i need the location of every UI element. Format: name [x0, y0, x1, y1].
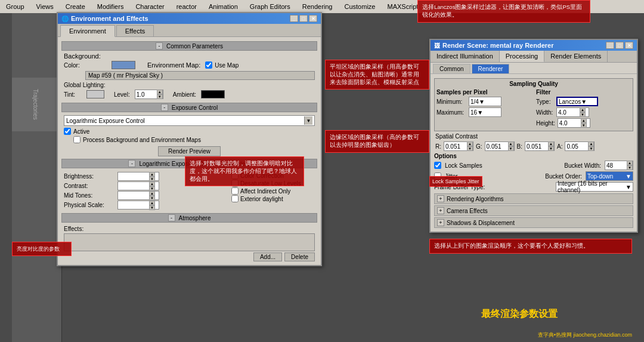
- exterior-daylight-checkbox[interactable]: [231, 195, 239, 202]
- level-up-arrow[interactable]: ▲: [157, 90, 163, 94]
- use-map-checkbox[interactable]: [205, 61, 212, 69]
- b-down[interactable]: ▼: [548, 146, 554, 151]
- render-preview-button[interactable]: Render Preview: [158, 146, 221, 156]
- physical-up[interactable]: ▲: [149, 201, 155, 205]
- common-params-collapse[interactable]: -: [156, 42, 163, 50]
- process-bg-checkbox[interactable]: [73, 136, 80, 143]
- menu-customize[interactable]: Customize: [341, 2, 379, 11]
- atmosphere-label: Atmosphere: [179, 215, 211, 221]
- subtab-renderer[interactable]: Renderer: [472, 64, 510, 73]
- camera-effects-icon[interactable]: +: [437, 207, 444, 214]
- max-dropdown[interactable]: 16 ▼: [469, 107, 501, 117]
- shadows-displacement-icon[interactable]: +: [437, 219, 444, 226]
- brightness-up[interactable]: ▲: [149, 172, 155, 177]
- a-input[interactable]: [565, 143, 588, 150]
- maximize-button[interactable]: □: [299, 15, 308, 22]
- env-map-button[interactable]: Map #59 ( mr Physical Sky ): [85, 71, 315, 80]
- contrast-up[interactable]: ▲: [149, 181, 155, 186]
- bucket-order-arrow[interactable]: ▼: [626, 173, 631, 180]
- atmosphere-collapse[interactable]: -: [168, 214, 175, 221]
- exposure-dropdown[interactable]: Logarithmic Exposure Control ▼: [64, 115, 315, 126]
- midtones-down[interactable]: ▼: [149, 196, 155, 201]
- bucket-width-down[interactable]: ▼: [627, 165, 633, 170]
- max-dropdown-arrow[interactable]: ▼: [477, 109, 483, 116]
- tab-effects[interactable]: Effects: [116, 25, 154, 36]
- render-close-button[interactable]: ✕: [625, 42, 633, 49]
- menu-animation[interactable]: Animation: [205, 2, 242, 11]
- rendering-algorithms-icon[interactable]: +: [437, 195, 444, 202]
- contrast-down[interactable]: ▼: [149, 186, 155, 191]
- render-maximize-button[interactable]: □: [615, 42, 624, 49]
- level-down-arrow[interactable]: ▼: [157, 94, 163, 99]
- bucket-width-input[interactable]: [605, 162, 627, 169]
- type-dropdown-arrow[interactable]: ▼: [581, 98, 587, 105]
- brightness-down[interactable]: ▼: [149, 177, 155, 181]
- min-dropdown[interactable]: 1/4 ▼: [469, 97, 501, 106]
- menu-rendering[interactable]: Rendering: [299, 2, 336, 11]
- width-input[interactable]: [557, 109, 580, 116]
- lock-samples-checkbox[interactable]: [434, 162, 441, 169]
- midtones-input[interactable]: 1.0: [118, 192, 149, 199]
- camera-effects-row[interactable]: + Camera Effects: [434, 205, 633, 216]
- tab-processing[interactable]: Processing: [500, 51, 544, 62]
- g-input[interactable]: [485, 143, 508, 150]
- tint-swatch[interactable]: [86, 90, 104, 98]
- rendering-algorithms-row[interactable]: + Rendering Algorithms: [434, 193, 633, 204]
- min-dropdown-arrow[interactable]: ▼: [479, 98, 485, 105]
- ambient-swatch[interactable]: [201, 90, 225, 98]
- tab-environment[interactable]: Environment: [60, 25, 115, 37]
- samples-per-pixel-col: Samples per Pixel Minimum: 1/4 ▼ Maximum…: [436, 89, 531, 118]
- physical-input[interactable]: 1500.0: [118, 202, 149, 208]
- sampling-annotation-text: 平坦区域的图象采样（用高参数可以让杂点消失、贴图清晰）通常用来去除面阴影采点、模…: [330, 63, 419, 85]
- g-down[interactable]: ▼: [508, 146, 514, 151]
- brightness-input[interactable]: 50.0: [118, 173, 149, 180]
- midtones-up[interactable]: ▲: [149, 191, 155, 196]
- active-checkbox[interactable]: [64, 128, 71, 135]
- level-input[interactable]: [135, 91, 157, 98]
- menu-group[interactable]: Group: [2, 2, 28, 11]
- width-up[interactable]: ▲: [580, 107, 586, 112]
- exposure-dropdown-row: Logarithmic Exposure Control ▼: [61, 114, 317, 127]
- add-button[interactable]: Add...: [253, 252, 282, 261]
- r-input[interactable]: [444, 143, 467, 150]
- exposure-collapse[interactable]: -: [161, 104, 168, 111]
- render-minimize-button[interactable]: _: [606, 42, 614, 49]
- menu-modifiers[interactable]: Modifiers: [94, 2, 128, 11]
- a-down[interactable]: ▼: [588, 146, 594, 151]
- b-input[interactable]: [525, 143, 548, 150]
- bucket-width-up[interactable]: ▲: [627, 161, 633, 165]
- shadows-displacement-row[interactable]: + Shadows & Displacement: [434, 217, 633, 228]
- subtab-common[interactable]: Common: [433, 64, 470, 73]
- menu-maxscript[interactable]: MAXScript: [383, 2, 422, 11]
- menu-views[interactable]: Views: [33, 2, 57, 11]
- affect-indirect-checkbox[interactable]: [231, 187, 239, 195]
- type-dropdown[interactable]: Lanczos ▼: [556, 97, 598, 106]
- contrast-input[interactable]: 100.0: [118, 183, 149, 189]
- menu-graph-editors[interactable]: Graph Editors: [246, 2, 294, 11]
- menu-character[interactable]: Character: [132, 2, 168, 11]
- lec-params-collapse[interactable]: -: [128, 160, 135, 167]
- r-up[interactable]: ▲: [467, 141, 473, 146]
- a-up[interactable]: ▲: [588, 141, 594, 146]
- tab-render-elements[interactable]: Render Elements: [544, 51, 608, 62]
- minimize-button[interactable]: _: [290, 15, 298, 22]
- menu-reactor[interactable]: reactor: [173, 2, 200, 11]
- bucket-order-dropdown[interactable]: Top-down ▼: [586, 171, 633, 181]
- height-input[interactable]: [558, 120, 581, 127]
- tab-indirect-illumination[interactable]: Indirect Illumination: [431, 51, 500, 62]
- exposure-dropdown-arrow[interactable]: ▼: [304, 116, 312, 125]
- background-color-swatch[interactable]: [112, 61, 135, 69]
- sampling-quality-section: Sampling Quality Samples per Pixel Minim…: [434, 78, 633, 131]
- menu-create[interactable]: Create: [62, 2, 89, 11]
- g-up[interactable]: ▲: [508, 141, 514, 146]
- frame-buffer-dropdown[interactable]: Integer (16 bits per channel) ▼: [556, 182, 633, 192]
- height-down[interactable]: ▼: [581, 123, 587, 128]
- width-down[interactable]: ▼: [580, 112, 586, 117]
- delete-button[interactable]: Delete: [284, 252, 315, 261]
- close-button[interactable]: ✕: [309, 15, 317, 22]
- height-up[interactable]: ▲: [581, 118, 587, 123]
- b-up[interactable]: ▲: [548, 141, 554, 146]
- physical-down[interactable]: ▼: [149, 205, 155, 210]
- frame-buffer-arrow[interactable]: ▼: [626, 184, 631, 190]
- r-down[interactable]: ▼: [467, 146, 473, 151]
